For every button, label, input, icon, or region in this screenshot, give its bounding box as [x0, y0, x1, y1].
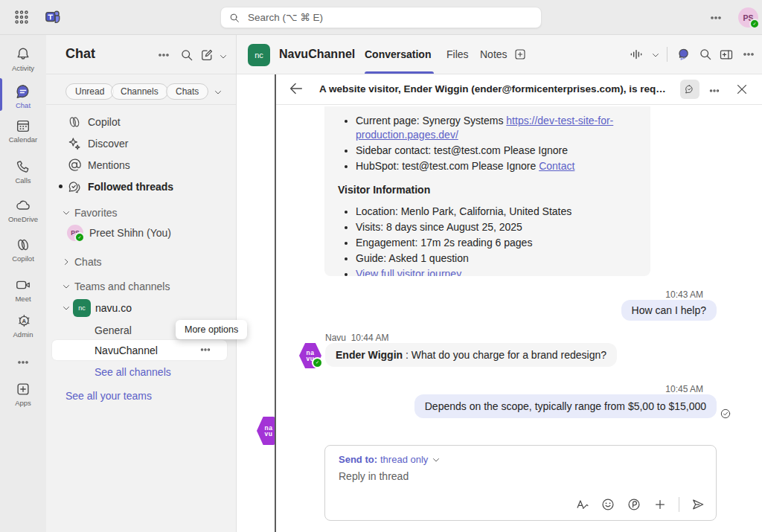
channel-avatar[interactable]: nc — [248, 44, 270, 66]
section-label: Teams and channels — [74, 281, 170, 292]
divider — [679, 497, 679, 512]
channel-title[interactable]: NavuChannel — [279, 35, 355, 74]
visitor-journey-link[interactable]: View full visitor journey — [356, 268, 461, 276]
team-row-navu[interactable]: nc navu.co — [46, 297, 236, 319]
visitor-context-list: Current page: Synergy Systems https://de… — [344, 114, 637, 173]
visitor-info-list: Location: Menlo Park, California, United… — [344, 205, 637, 276]
channel-name: General — [95, 324, 132, 336]
huddle-waveform-icon[interactable] — [629, 47, 644, 62]
unread-dot — [59, 185, 63, 188]
item-label: Mentions — [88, 159, 130, 171]
filter-pill-chats[interactable]: Chats — [166, 83, 208, 100]
tab-notes[interactable]: Notes — [480, 35, 508, 74]
sidebar-item-followed-threads[interactable]: Followed threads — [46, 176, 236, 197]
message-meta: Navu 10:44 AM — [325, 333, 388, 343]
tab-files[interactable]: Files — [446, 35, 469, 74]
chevron-down-icon — [61, 208, 71, 218]
profile-avatar[interactable]: PS ✓ — [738, 7, 758, 28]
outgoing-message-bubble[interactable]: Depends on the scope, typically range fr… — [414, 394, 717, 418]
see-all-teams-link[interactable]: See all your teams — [65, 390, 152, 402]
channel-name: NavuChannel — [95, 344, 158, 356]
filter-pill-unread[interactable]: Unread — [65, 83, 114, 100]
channel-view: nc NavuChannel Conversation Files Notes — [237, 35, 762, 532]
filters-chevron-down-icon[interactable] — [213, 87, 223, 97]
thread-more-icon[interactable] — [708, 84, 721, 97]
avatar: PS✓ — [67, 225, 83, 241]
rail-item-calendar[interactable]: Calendar — [0, 118, 46, 144]
team-name: navu.co — [95, 302, 132, 314]
close-icon[interactable] — [734, 82, 749, 97]
send-icon[interactable] — [691, 497, 705, 512]
channel-header: nc NavuChannel Conversation Files Notes — [237, 35, 762, 74]
rail-item-chat[interactable]: Chat — [0, 83, 46, 109]
rail-item-copilot[interactable]: Copilot — [0, 237, 46, 263]
rail-item-activity[interactable]: Activity — [0, 46, 46, 72]
active-tab-indicator — [365, 71, 434, 74]
chat-list-header: Chat — [46, 35, 236, 74]
section-teams-and-channels[interactable]: Teams and channels — [46, 278, 236, 295]
followed-thread-toggle[interactable] — [680, 80, 699, 99]
rail-item-apps[interactable]: Apps — [0, 381, 46, 407]
list-item: HubSpot: test@test.com Please Ignore Con… — [356, 159, 637, 173]
rail-item-meet[interactable]: Meet — [0, 277, 46, 303]
add-tab-icon[interactable] — [513, 48, 527, 61]
see-all-channels-link[interactable]: See all channels — [95, 366, 171, 378]
format-icon[interactable] — [574, 497, 589, 512]
compose-toolbar — [574, 497, 705, 512]
chat-bubble-filled-icon[interactable] — [676, 47, 691, 62]
emoji-icon[interactable] — [601, 497, 615, 512]
tab-conversation[interactable]: Conversation — [365, 35, 431, 74]
message-timestamp: 10:43 AM — [665, 289, 703, 300]
sidebar-item-mentions[interactable]: Mentions — [46, 154, 236, 176]
search-conversation-icon[interactable] — [698, 47, 713, 62]
chat-filter-more-icon[interactable] — [156, 48, 171, 63]
app-launcher-waffle-icon[interactable] — [13, 9, 30, 25]
section-chats[interactable]: Chats — [46, 254, 236, 270]
filter-pill-channels[interactable]: Channels — [111, 83, 168, 100]
open-in-pane-icon[interactable] — [719, 47, 734, 62]
incoming-message-bubble[interactable]: Ender Wiggin : What do you charge for a … — [325, 343, 617, 367]
loop-icon[interactable] — [627, 497, 641, 512]
reply-input[interactable]: Reply in thread — [339, 470, 702, 493]
new-chat-chevron-down-icon[interactable] — [218, 51, 228, 62]
huddle-chevron-down-icon[interactable] — [650, 50, 661, 60]
calendar-icon — [15, 118, 31, 134]
channel-more-icon[interactable] — [741, 47, 756, 62]
copilot-icon — [15, 237, 31, 253]
channel-row-navuchannel[interactable]: NavuChannel — [46, 340, 236, 360]
sidebar-item-copilot[interactable]: Copilot — [46, 111, 236, 132]
rail-label: Calendar — [9, 135, 38, 144]
chat-search-icon[interactable] — [179, 48, 194, 63]
rail-item-onedrive[interactable]: OneDrive — [0, 197, 46, 223]
new-chat-icon[interactable] — [199, 48, 214, 63]
bell-icon — [15, 46, 31, 63]
back-arrow-icon[interactable] — [288, 80, 304, 97]
sidebar-item-discover[interactable]: Discover — [46, 132, 236, 154]
section-favorites[interactable]: Favorites — [46, 205, 236, 221]
rail-item-admin[interactable]: A Admin — [0, 313, 46, 339]
chevron-down-icon[interactable] — [61, 303, 71, 313]
chevron-right-icon — [61, 257, 71, 267]
presence-available-badge: ✓ — [74, 232, 85, 243]
section-label: Chats — [74, 256, 102, 268]
titlebar-more-icon[interactable] — [708, 10, 723, 25]
attach-plus-icon[interactable] — [653, 497, 667, 512]
list-item: View full visitor journey — [356, 267, 637, 276]
list-item: Current page: Synergy Systems https://de… — [356, 114, 637, 142]
chat-list-pane: Chat Unread Channels Chats Copilot — [46, 35, 237, 532]
favorite-chat-preet[interactable]: PS✓ Preet Shihn (You) — [46, 222, 236, 244]
rail-more-button[interactable] — [0, 355, 46, 370]
rail-item-calls[interactable]: Calls — [0, 158, 46, 185]
rail-label: Copilot — [12, 254, 34, 263]
contact-link[interactable]: Contact — [539, 160, 574, 172]
chat-bubble-filled-icon — [15, 83, 31, 100]
search-input[interactable] — [246, 11, 534, 24]
channel-more-icon[interactable] — [199, 343, 212, 356]
send-to-selector[interactable]: Send to: thread only — [339, 454, 441, 465]
apps-plus-icon — [15, 381, 31, 397]
top-bar: PS ✓ — [0, 0, 762, 35]
outgoing-message-bubble[interactable]: How can I help? — [621, 300, 717, 321]
list-item: Sidebar contact: test@test.com Please Ig… — [356, 144, 637, 158]
copilot-icon — [67, 115, 82, 129]
phone-icon — [15, 158, 31, 175]
